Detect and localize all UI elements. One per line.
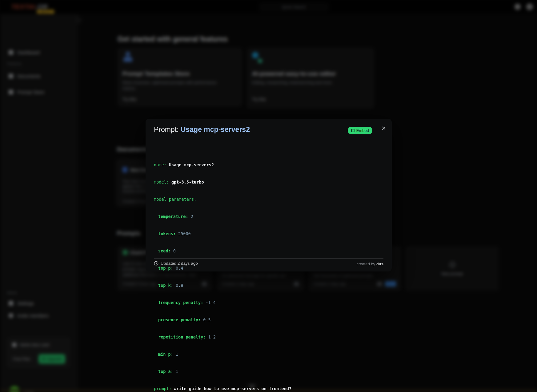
yaml-line: frequency penalty-1.4 <box>154 299 291 306</box>
yaml-line: min p1 <box>154 351 291 357</box>
yaml-line: nameUsage mcp-servers2 <box>154 162 291 168</box>
yaml-key: model parameters <box>154 197 199 202</box>
updated-text: Updated 2 days ago <box>161 261 198 266</box>
yaml-key: temperature <box>158 214 191 219</box>
modal-updated: Updated 2 days ago <box>154 261 198 266</box>
yaml-line: tokens25000 <box>154 231 291 237</box>
embed-icon <box>351 129 355 132</box>
yaml-value: 1 <box>176 369 178 374</box>
yaml-key: prompt <box>154 386 174 391</box>
yaml-line: top a1 <box>154 368 291 374</box>
yaml-value: 0.5 <box>203 317 210 322</box>
yaml-key: repetition penalty <box>158 335 208 339</box>
close-icon[interactable]: × <box>382 125 386 132</box>
yaml-line: modelgpt-3.5-turbo <box>154 179 291 185</box>
yaml-key: tokens <box>158 231 178 236</box>
embed-button[interactable]: Embed <box>348 127 372 134</box>
yaml-value: 0.4 <box>176 266 183 271</box>
yaml-key: presence penalty <box>158 317 203 322</box>
yaml-value: 0 <box>173 248 176 253</box>
yaml-line: repetition penalty1.2 <box>154 334 291 340</box>
yaml-line: presence penalty0.5 <box>154 317 291 323</box>
modal-title: Prompt: Usage mcp-servers2 <box>154 125 250 134</box>
clock-icon <box>154 261 158 266</box>
yaml-line: seed0 <box>154 248 291 254</box>
yaml-key: min p <box>158 352 176 357</box>
yaml-value: 0.8 <box>176 283 183 288</box>
yaml-line: model parameters <box>154 196 291 202</box>
yaml-value: gpt-3.5-turbo <box>171 180 204 184</box>
yaml-key: top a <box>158 369 176 374</box>
yaml-line: top p0.4 <box>154 265 291 271</box>
created-by-name: dus <box>376 262 383 266</box>
yaml-key: top k <box>158 283 176 288</box>
yaml-key: frequency penalty <box>158 300 206 305</box>
yaml-value: 2 <box>191 214 193 219</box>
modal-footer-divider <box>154 258 383 259</box>
modal-title-name: Usage mcp-servers2 <box>181 125 250 133</box>
yaml-key: top p <box>158 266 176 271</box>
yaml-key: model <box>154 180 171 184</box>
yaml-line: temperature2 <box>154 213 291 220</box>
yaml-value: -1.4 <box>206 300 216 305</box>
yaml-key: seed <box>158 248 173 253</box>
prompt-detail-modal: Prompt: Usage mcp-servers2 Embed × nameU… <box>146 119 392 271</box>
yaml-line: promptwrite guide how to use mcp-servers… <box>154 386 291 392</box>
embed-label: Embed <box>356 128 369 133</box>
modal-title-prefix: Prompt: <box>154 125 181 133</box>
yaml-value: 25000 <box>178 231 191 236</box>
yaml-value: Usage mcp-servers2 <box>169 162 214 167</box>
yaml-value: write guide how to use mcp-servers on fr… <box>174 386 291 391</box>
yaml-line: top k0.8 <box>154 282 291 288</box>
yaml-block: nameUsage mcp-servers2 modelgpt-3.5-turb… <box>154 151 291 392</box>
created-by-prefix: created by <box>357 262 376 266</box>
modal-created-by: created by dus <box>357 262 383 266</box>
yaml-key: name <box>154 162 169 167</box>
yaml-value: 1.2 <box>208 335 216 339</box>
page: TEXTAI.OR BETA Quick Search Dashboard Fe… <box>0 0 537 392</box>
yaml-value: 1 <box>176 352 178 357</box>
